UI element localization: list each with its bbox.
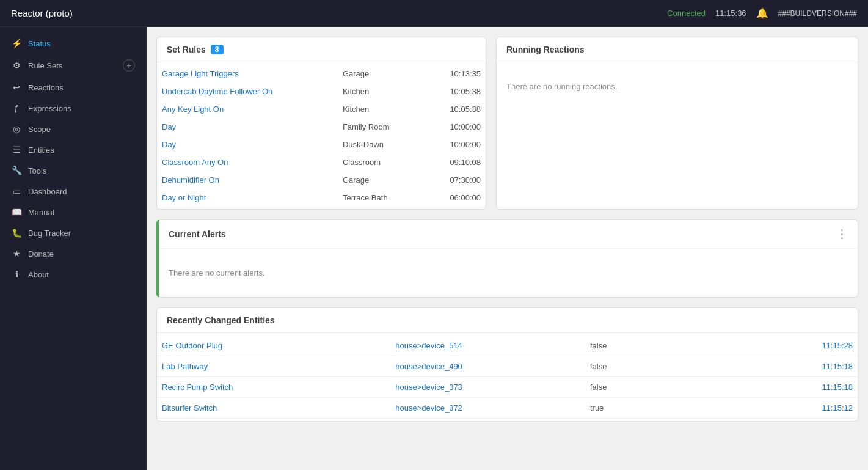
table-row[interactable]: Day or Night Terrace Bath 06:00:00 [157,189,486,207]
dashboard-icon: ▭ [11,186,22,196]
rule-time: 07:30:00 [436,171,486,189]
tools-icon: 🔧 [11,166,22,175]
add-rule-set-button[interactable]: + [123,59,135,72]
rule-name: Undercab Daytime Follower On [157,83,338,100]
sidebar-item-tools[interactable]: 🔧Tools [0,160,146,181]
alerts-menu-icon[interactable]: ⋮ [836,227,848,241]
sidebar-item-dashboard[interactable]: ▭Dashboard [0,181,146,202]
sidebar-item-rule-sets[interactable]: ⚙Rule Sets+ [0,54,146,77]
entity-device: house>device_514 [390,336,585,356]
table-row[interactable]: Garage Light Triggers Garage 10:13:35 [157,65,486,83]
table-row[interactable]: Bitsurfer Switch house>device_372 true 1… [157,398,858,419]
recently-changed-card: Recently Changed Entities GE Outdoor Plu… [156,307,858,422]
rule-group: Garage [338,65,436,83]
set-rules-badge: 8 [211,45,224,54]
build-version: ###BUILDVERSION### [778,9,857,18]
sidebar-label-donate: Donate [28,249,54,259]
notification-bell-icon[interactable]: 🔔 [756,7,768,19]
status-icon: ⚡ [11,39,22,48]
connection-status: Connected [667,9,706,18]
set-rules-card: Set Rules 8 Garage Light Triggers Garage… [156,37,486,210]
rule-group: Kitchen [338,83,436,100]
rule-sets-icon: ⚙ [11,61,22,70]
table-row[interactable]: Classroom Any On Classroom 09:10:08 [157,153,486,171]
manual-icon: 📖 [11,207,22,217]
entities-icon: ☰ [11,145,22,155]
table-row[interactable]: Dehumidifier On Garage 07:30:00 [157,171,486,189]
clock: 11:15:36 [715,9,746,18]
table-row[interactable]: GE Outdoor Plug house>device_514 false 1… [157,336,858,356]
entity-name: Lab Pathway [157,356,390,377]
current-alerts-title: Current Alerts [169,229,226,239]
rule-name: Dehumidifier On [157,171,338,189]
entity-time: 11:15:12 [741,398,858,419]
table-row[interactable]: Undercab Daytime Follower On Kitchen 10:… [157,83,486,100]
sidebar-label-scope: Scope [28,125,51,134]
sidebar: ⚡Status⚙Rule Sets+↩ReactionsƒExpressions… [0,27,147,470]
entity-name: Bitsurfer Switch [157,398,390,419]
rule-group: Kitchen [338,100,436,118]
entity-name: Recirc Pump Switch [157,377,390,398]
rule-time: 09:10:08 [436,153,486,171]
sidebar-item-entities[interactable]: ☰Entities [0,139,146,160]
sidebar-item-bug-tracker[interactable]: 🐛Bug Tracker [0,222,146,243]
entity-device: house>device_373 [390,377,585,398]
rule-group: Garage [338,171,436,189]
set-rules-title: Set Rules [167,45,206,54]
set-rules-header: Set Rules 8 [157,37,486,62]
sidebar-label-about: About [28,270,49,279]
entity-time: 11:15:28 [741,336,858,356]
running-reactions-header: Running Reactions [497,37,858,62]
no-running-reactions-text: There are no running reactions. [506,70,848,103]
rules-table: Garage Light Triggers Garage 10:13:35 Un… [157,65,486,207]
sidebar-item-scope[interactable]: ◎Scope [0,119,146,139]
entity-time: 11:15:18 [741,377,858,398]
rule-group: Classroom [338,153,436,171]
rule-name: Day [157,136,338,153]
recently-changed-header: Recently Changed Entities [157,308,858,333]
entities-table: GE Outdoor Plug house>device_514 false 1… [157,336,858,419]
table-row[interactable]: Day Family Room 10:00:00 [157,118,486,136]
about-icon: ℹ [11,270,22,279]
sidebar-label-manual: Manual [28,208,54,217]
entity-value: true [585,398,741,419]
rule-time: 10:05:38 [436,100,486,118]
sidebar-label-tools: Tools [28,166,46,175]
table-row[interactable]: Day Dusk-Dawn 10:00:00 [157,136,486,153]
sidebar-item-manual[interactable]: 📖Manual [0,202,146,222]
sidebar-item-donate[interactable]: ★Donate [0,243,146,264]
entity-value: false [585,336,741,356]
no-alerts-text: There are no current alerts. [169,256,848,290]
sidebar-label-status: Status [28,39,51,48]
sidebar-item-status[interactable]: ⚡Status [0,33,146,54]
running-reactions-card: Running Reactions There are no running r… [496,37,858,210]
rule-name: Any Key Light On [157,100,338,118]
sidebar-label-expressions: Expressions [28,104,71,113]
rule-name: Classroom Any On [157,153,338,171]
table-row[interactable]: Recirc Pump Switch house>device_373 fals… [157,377,858,398]
entity-value: false [585,356,741,377]
rule-group: Terrace Bath [338,189,436,207]
sidebar-item-reactions[interactable]: ↩Reactions [0,77,146,98]
rule-time: 10:00:00 [436,118,486,136]
entity-time: 11:15:18 [741,356,858,377]
recently-changed-title: Recently Changed Entities [167,315,275,325]
rule-time: 06:00:00 [436,189,486,207]
entity-device: house>device_490 [390,356,585,377]
rule-name: Day [157,118,338,136]
sidebar-label-entities: Entities [28,145,54,155]
rule-time: 10:00:00 [436,136,486,153]
sidebar-item-expressions[interactable]: ƒExpressions [0,98,146,119]
reactions-icon: ↩ [11,83,22,92]
entity-name: GE Outdoor Plug [157,336,390,356]
table-row[interactable]: Lab Pathway house>device_490 false 11:15… [157,356,858,377]
sidebar-item-about[interactable]: ℹAbout [0,264,146,285]
rule-time: 10:13:35 [436,65,486,83]
sidebar-label-rule-sets: Rule Sets [28,61,62,70]
main-content: Set Rules 8 Garage Light Triggers Garage… [147,27,868,470]
app-title: Reactor (proto) [11,8,73,18]
table-row[interactable]: Any Key Light On Kitchen 10:05:38 [157,100,486,118]
donate-icon: ★ [11,249,22,259]
rule-group: Family Room [338,118,436,136]
rule-group: Dusk-Dawn [338,136,436,153]
